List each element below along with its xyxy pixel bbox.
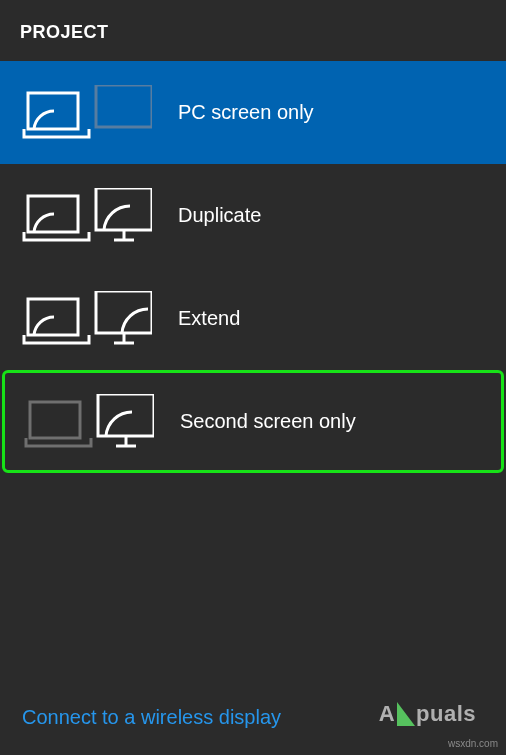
svg-rect-1 xyxy=(96,85,152,127)
pc-screen-only-icon xyxy=(22,85,152,140)
svg-rect-10 xyxy=(30,402,80,438)
second-screen-only-icon xyxy=(24,394,154,449)
duplicate-icon xyxy=(22,188,152,243)
extend-icon xyxy=(22,291,152,346)
option-label: Duplicate xyxy=(178,204,261,227)
panel-header: PROJECT xyxy=(0,0,506,61)
option-label: Extend xyxy=(178,307,240,330)
watermark-triangle-icon xyxy=(397,702,415,726)
watermark-prefix: A xyxy=(379,701,395,727)
attribution-text: wsxdn.com xyxy=(448,738,498,749)
project-options-list: PC screen only Duplicate xyxy=(0,61,506,473)
watermark-suffix: puals xyxy=(416,701,476,727)
option-extend[interactable]: Extend xyxy=(0,267,506,370)
option-pc-screen-only[interactable]: PC screen only xyxy=(0,61,506,164)
connect-wireless-display-link[interactable]: Connect to a wireless display xyxy=(22,706,281,729)
option-second-screen-only[interactable]: Second screen only xyxy=(2,370,504,473)
watermark-logo: A puals xyxy=(379,701,476,727)
option-label: PC screen only xyxy=(178,101,314,124)
panel-title: PROJECT xyxy=(20,22,486,43)
option-duplicate[interactable]: Duplicate xyxy=(0,164,506,267)
option-label: Second screen only xyxy=(180,410,356,433)
